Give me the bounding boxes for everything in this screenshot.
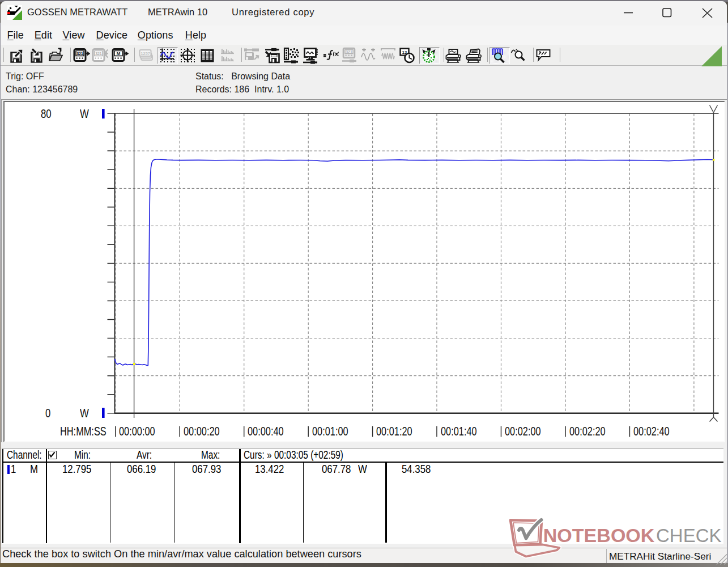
svg-text:NOTEBOOK: NOTEBOOK <box>543 524 655 546</box>
svg-text:CHECK: CHECK <box>656 524 722 546</box>
